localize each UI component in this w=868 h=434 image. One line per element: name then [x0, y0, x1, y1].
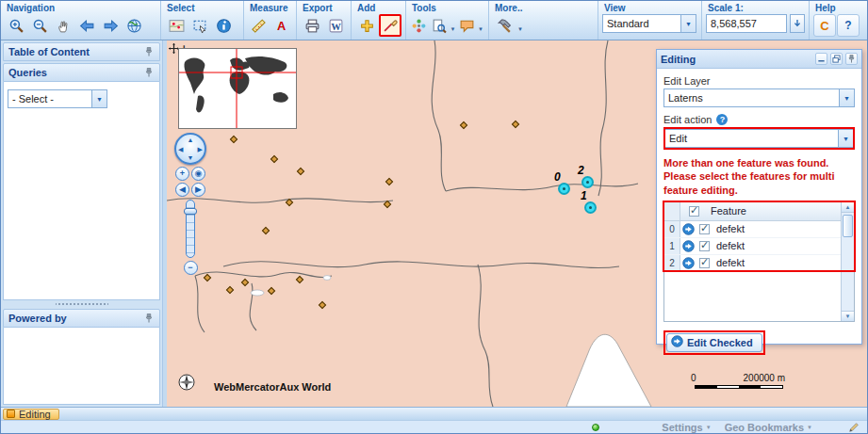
pan-east-icon[interactable]: ▶ [198, 146, 203, 153]
feature-row[interactable]: 0defekt [664, 221, 841, 238]
pan-button[interactable] [52, 14, 74, 37]
poi-diamond-marker[interactable] [319, 301, 326, 309]
poi-diamond-marker[interactable] [384, 201, 391, 208]
pin-icon[interactable] [143, 67, 155, 78]
settings-menu[interactable]: Settings ▼ [662, 422, 711, 433]
pin-icon[interactable] [845, 53, 858, 65]
add-feature-button[interactable] [355, 14, 378, 37]
panel-resize-grip[interactable] [56, 301, 108, 306]
previous-extent-button[interactable] [75, 14, 98, 37]
next-extent-button[interactable] [99, 14, 122, 37]
zoom-to-feature-button[interactable] [680, 223, 696, 235]
map-canvas[interactable]: + ▲ [167, 40, 867, 407]
chevron-down-icon[interactable]: ▼ [516, 26, 524, 32]
view-combo[interactable]: Standard ▼ [602, 14, 696, 33]
geo-bookmarks-menu[interactable]: Geo Bookmarks ▼ [725, 422, 812, 433]
editing-panel-header[interactable]: Editing [657, 50, 861, 69]
measure-distance-button[interactable] [248, 14, 270, 37]
poi-diamond-marker[interactable] [270, 155, 278, 163]
apply-scale-button[interactable] [790, 14, 805, 33]
poi-diamond-marker[interactable] [460, 121, 467, 129]
full-extent-round-button[interactable]: ◉ [191, 167, 205, 181]
full-extent-globe-button[interactable] [123, 14, 145, 37]
poi-diamond-marker[interactable] [226, 286, 234, 294]
select-by-map-button[interactable] [165, 14, 188, 37]
zoom-to-feature-button[interactable] [680, 240, 696, 252]
select-rectangle-button[interactable] [188, 14, 211, 37]
export-word-button[interactable]: W [324, 14, 347, 37]
zoom-in-round-button[interactable]: + [175, 167, 189, 181]
restore-icon[interactable] [830, 53, 843, 65]
print-button[interactable] [301, 14, 323, 37]
edit-layer-combo[interactable]: Laterns ▼ [663, 88, 855, 107]
row-number-cell: 1 [664, 238, 680, 254]
rotate-right-button[interactable]: ▶ [191, 183, 205, 197]
scroll-down-icon[interactable]: ▼ [842, 311, 854, 321]
poi-diamond-marker[interactable] [385, 178, 393, 185]
add-text-label-button[interactable]: A [270, 14, 292, 37]
zoom-slider[interactable] [186, 200, 195, 258]
zoom-in-button[interactable] [5, 14, 27, 37]
poi-diamond-marker[interactable] [262, 227, 270, 234]
query-select-combo[interactable]: - Select - ▼ [8, 89, 107, 108]
queries-panel-header[interactable]: Queries [3, 63, 160, 82]
poi-diamond-marker[interactable] [230, 136, 237, 143]
zoom-out-button[interactable] [28, 14, 51, 37]
feature-row[interactable]: 2defekt [664, 255, 841, 272]
poi-diamond-marker[interactable] [297, 168, 304, 175]
zoom-to-feature-button[interactable] [680, 257, 696, 269]
toc-panel-header[interactable]: Table of Content [3, 42, 160, 61]
editing-panel: Editing Edit Layer Laterns ▼ E [656, 49, 862, 345]
poi-diamond-marker[interactable] [204, 274, 211, 281]
callout-button[interactable] [457, 14, 476, 37]
identify-button[interactable] [430, 14, 449, 37]
toolbar-group-navigation: Navigation [1, 1, 161, 40]
edit-action-value: Edit [665, 133, 838, 144]
edit-action-combo[interactable]: Edit ▼ [665, 129, 853, 148]
poi-diamond-marker[interactable] [268, 287, 275, 295]
chevron-down-icon[interactable]: ▼ [477, 26, 484, 32]
feature-checkbox[interactable] [696, 224, 712, 234]
chevron-down-icon[interactable]: ▼ [839, 89, 854, 106]
edit-checked-label: Edit Checked [687, 337, 753, 348]
help-icon[interactable]: ? [716, 114, 728, 125]
feature-grid-header[interactable]: Feature [664, 202, 841, 221]
rotate-left-button[interactable]: ◀ [175, 183, 189, 197]
poi-diamond-marker[interactable] [296, 276, 303, 283]
edit-feature-tool-button[interactable] [379, 14, 401, 37]
scroll-up-icon[interactable]: ▲ [842, 202, 854, 213]
poi-diamond-marker[interactable] [512, 121, 519, 128]
pan-west-icon[interactable]: ◀ [178, 146, 183, 153]
pan-north-icon[interactable]: ▲ [188, 137, 194, 143]
pan-south-icon[interactable]: ▼ [188, 154, 194, 161]
minimize-icon[interactable] [815, 53, 827, 65]
edit-checked-button[interactable]: Edit Checked [666, 333, 762, 352]
pin-icon[interactable] [143, 313, 155, 324]
grid-scrollbar[interactable]: ▲ ▼ [841, 202, 854, 321]
feature-checkbox[interactable] [696, 241, 712, 251]
info-button[interactable] [212, 14, 235, 37]
contact-button[interactable]: C [813, 14, 836, 37]
scrollbar-thumb[interactable] [843, 215, 853, 237]
zoom-out-round-button[interactable]: − [184, 261, 198, 275]
pan-compass[interactable]: ▲ ▼ ◀ ▶ [174, 133, 206, 165]
tools-marker-button[interactable] [410, 14, 429, 37]
chevron-down-icon[interactable]: ▼ [680, 15, 696, 32]
powered-by-panel-header[interactable]: Powered by [3, 309, 160, 328]
chevron-down-icon[interactable]: ▼ [449, 26, 456, 32]
chevron-down-icon[interactable]: ▼ [91, 90, 106, 107]
editing-task-tab[interactable]: Editing [3, 409, 59, 420]
select-all-checkbox[interactable] [680, 206, 707, 217]
zoom-slider-handle[interactable] [184, 208, 197, 215]
overview-map[interactable] [178, 48, 297, 129]
feature-checkbox[interactable] [696, 258, 712, 268]
utilities-hammer-button[interactable] [493, 14, 516, 37]
feature-row[interactable]: 1defekt [664, 238, 841, 255]
poi-diamond-marker[interactable] [286, 199, 293, 206]
pin-icon[interactable] [143, 46, 155, 57]
poi-diamond-marker[interactable] [241, 279, 249, 286]
chevron-down-icon[interactable]: ▼ [838, 130, 853, 147]
scale-input[interactable] [706, 14, 787, 33]
help-question-button[interactable]: ? [837, 14, 860, 37]
edit-pencil-icon[interactable] [848, 422, 860, 433]
